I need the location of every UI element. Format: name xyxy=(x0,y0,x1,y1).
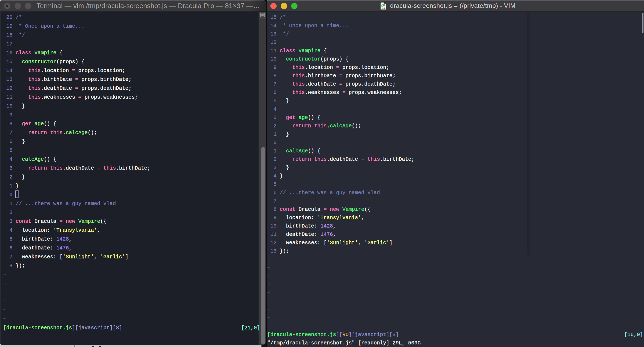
svg-text:JS: JS xyxy=(382,7,385,9)
